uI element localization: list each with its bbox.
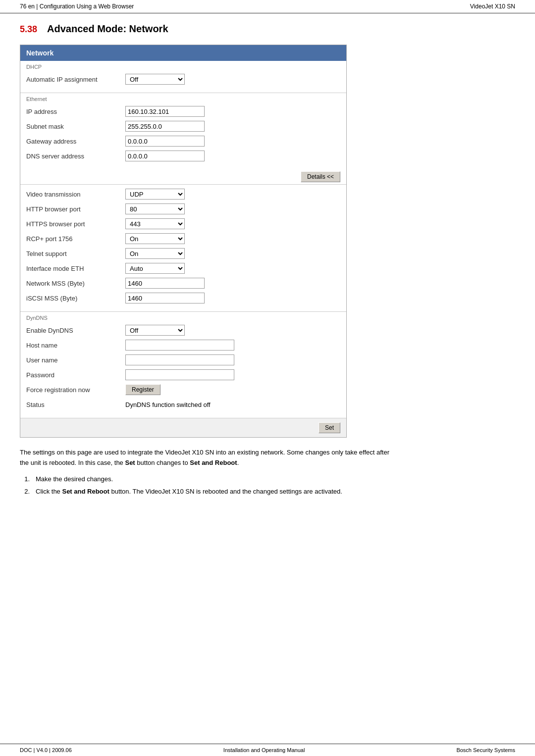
- header-left: 76 en | Configuration Using a Web Browse…: [20, 3, 134, 10]
- details-button[interactable]: Details <<: [301, 171, 340, 182]
- details-group: Video transmission UDP TCP HTTP browser …: [20, 184, 346, 311]
- subnet-label: Subnet mask: [26, 123, 125, 130]
- network-panel: Network DHCP Automatic IP assignment Off…: [20, 45, 347, 438]
- set-row: Set: [20, 418, 346, 437]
- field-row-auto-ip: Automatic IP assignment Off On: [26, 73, 340, 86]
- field-row-ip: IP address: [26, 105, 340, 118]
- section-title: Advanced Mode: Network: [47, 23, 168, 35]
- footer-bar: DOC | V4.0 | 2009.06 Installation and Op…: [0, 744, 535, 756]
- video-trans-select[interactable]: UDP TCP: [125, 189, 185, 200]
- field-row-password: Password: [26, 368, 340, 381]
- gateway-label: Gateway address: [26, 138, 125, 145]
- http-port-label: HTTP browser port: [26, 205, 125, 213]
- field-row-iface: Interface mode ETH Auto: [26, 262, 340, 275]
- rcp-select[interactable]: On Off: [125, 233, 185, 244]
- section-heading: 5.38 Advanced Mode: Network: [20, 23, 515, 35]
- status-text: DynDNS function switched off: [125, 401, 211, 408]
- ethernet-group: Ethernet IP address Subnet mask: [20, 93, 346, 169]
- field-row-register: Force registration now Register: [26, 383, 340, 396]
- section-number: 5.38: [20, 24, 37, 35]
- steps-list: 1. Make the desired changes. 2. Click th…: [20, 474, 515, 497]
- username-label: User name: [26, 356, 125, 364]
- ip-input[interactable]: [125, 106, 205, 117]
- ip-label: IP address: [26, 108, 125, 115]
- dhcp-label: DHCP: [26, 64, 340, 70]
- http-port-select[interactable]: 80: [125, 203, 185, 214]
- status-label: Status: [26, 401, 125, 408]
- register-button[interactable]: Register: [125, 384, 160, 395]
- field-row-iscsi-mss: iSCSI MSS (Byte): [26, 292, 340, 304]
- net-mss-input[interactable]: [125, 278, 205, 289]
- description: The settings on this page are used to in…: [20, 448, 396, 468]
- iface-select[interactable]: Auto: [125, 263, 185, 274]
- enable-dyndns-select[interactable]: Off On: [125, 325, 185, 336]
- telnet-label: Telnet support: [26, 250, 125, 257]
- page: 76 en | Configuration Using a Web Browse…: [0, 0, 535, 756]
- dyndns-label: DynDNS: [26, 315, 340, 321]
- iface-label: Interface mode ETH: [26, 265, 125, 272]
- hostname-label: Host name: [26, 342, 125, 349]
- field-row-subnet: Subnet mask: [26, 120, 340, 133]
- set-button[interactable]: Set: [319, 422, 340, 433]
- field-row-telnet: Telnet support On Off: [26, 247, 340, 260]
- auto-ip-label: Automatic IP assignment: [26, 76, 125, 83]
- step-2: 2. Click the Set and Reboot button. The …: [20, 487, 396, 497]
- field-row-https-port: HTTPS browser port 443: [26, 217, 340, 230]
- dyndns-group: DynDNS Enable DynDNS Off On Host name: [20, 311, 346, 418]
- panel-header: Network: [20, 45, 346, 61]
- password-input[interactable]: [125, 369, 234, 380]
- video-trans-label: Video transmission: [26, 191, 125, 198]
- field-row-username: User name: [26, 353, 340, 366]
- field-row-hostname: Host name: [26, 339, 340, 352]
- field-row-gateway: Gateway address: [26, 135, 340, 148]
- subnet-input[interactable]: [125, 121, 205, 132]
- header-right: VideoJet X10 SN: [470, 3, 515, 10]
- step-1-text: Make the desired changes.: [36, 474, 113, 484]
- username-input[interactable]: [125, 354, 234, 365]
- auto-ip-select[interactable]: Off On: [125, 74, 185, 85]
- dns-input[interactable]: [125, 151, 205, 161]
- header-bar: 76 en | Configuration Using a Web Browse…: [0, 0, 535, 13]
- gateway-input[interactable]: [125, 136, 205, 147]
- step-2-num: 2.: [20, 487, 30, 497]
- field-row-dns: DNS server address: [26, 150, 340, 162]
- field-row-http-port: HTTP browser port 80: [26, 202, 340, 215]
- iscsi-mss-label: iSCSI MSS (Byte): [26, 295, 125, 302]
- panel-body: DHCP Automatic IP assignment Off On Ethe: [20, 61, 346, 437]
- register-label: Force registration now: [26, 386, 125, 394]
- field-row-net-mss: Network MSS (Byte): [26, 277, 340, 290]
- main-content: 5.38 Advanced Mode: Network Network DHCP…: [0, 13, 535, 744]
- hostname-input[interactable]: [125, 340, 234, 351]
- field-row-enable-dyndns: Enable DynDNS Off On: [26, 324, 340, 337]
- footer-left: DOC | V4.0 | 2009.06: [20, 747, 72, 753]
- step-2-text: Click the Set and Reboot button. The Vid…: [36, 487, 342, 497]
- details-btn-row: Details <<: [20, 169, 346, 184]
- rcp-label: RCP+ port 1756: [26, 235, 125, 243]
- step-1-num: 1.: [20, 474, 30, 484]
- password-label: Password: [26, 371, 125, 379]
- enable-dyndns-label: Enable DynDNS: [26, 327, 125, 334]
- iscsi-mss-input[interactable]: [125, 293, 205, 303]
- dns-label: DNS server address: [26, 152, 125, 160]
- step-1: 1. Make the desired changes.: [20, 474, 396, 484]
- https-port-select[interactable]: 443: [125, 218, 185, 229]
- telnet-select[interactable]: On Off: [125, 248, 185, 259]
- dhcp-group: DHCP Automatic IP assignment Off On: [20, 61, 346, 93]
- ethernet-label: Ethernet: [26, 96, 340, 102]
- footer-center: Installation and Operating Manual: [223, 747, 305, 753]
- net-mss-label: Network MSS (Byte): [26, 280, 125, 287]
- footer-right: Bosch Security Systems: [456, 747, 515, 753]
- field-row-video-trans: Video transmission UDP TCP: [26, 188, 340, 201]
- https-port-label: HTTPS browser port: [26, 220, 125, 228]
- auto-ip-value[interactable]: Off On: [125, 74, 340, 85]
- field-row-rcp: RCP+ port 1756 On Off: [26, 232, 340, 245]
- field-row-status: Status DynDNS function switched off: [26, 398, 340, 411]
